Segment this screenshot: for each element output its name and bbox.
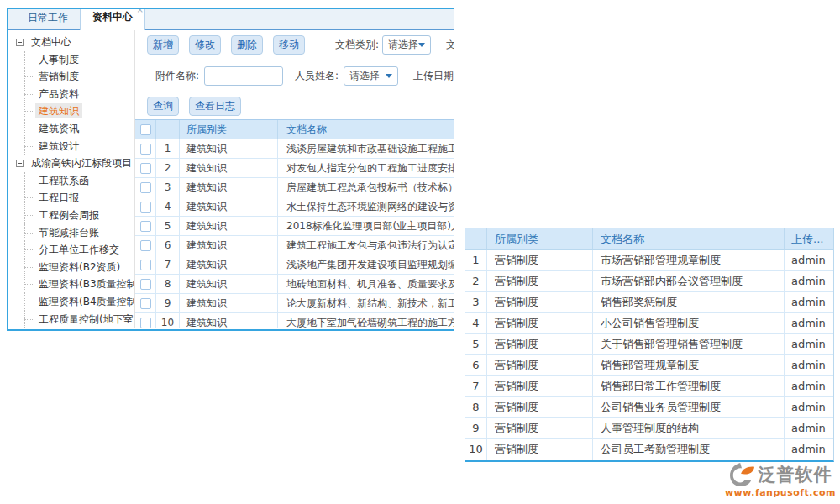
row-doc-name: 人事管理制度的结构 [593, 418, 785, 438]
table-row[interactable]: 8 营销制度 公司销售业务员管理制度 admin [465, 397, 833, 418]
person-name-select[interactable]: 请选择 [344, 66, 398, 86]
table-row[interactable]: 9 营销制度 人事管理制度的结构 admin [465, 418, 833, 439]
tree-item[interactable]: 文档中心 [8, 34, 134, 51]
row-checkbox[interactable] [140, 182, 151, 193]
checkbox-cell [135, 217, 156, 235]
tree-item[interactable]: 工程例会周报 [8, 207, 134, 224]
row-doc-name: 大厦地下室加气砼墙砌筑工程的施工方... [278, 313, 454, 328]
tree-item[interactable]: 工程日报 [8, 189, 134, 207]
row-number-header [465, 228, 487, 249]
table-row[interactable]: 3 营销制度 销售部奖惩制度 admin [465, 292, 833, 313]
row-doc-name: 水土保持生态环境监测网络的建设与资... [278, 197, 454, 216]
row-checkbox[interactable] [140, 260, 151, 270]
collapse-icon[interactable] [16, 160, 24, 167]
table-row[interactable]: 2 营销制度 市场营销部内部会议管理制度 admin [465, 271, 833, 292]
tree-item[interactable]: 节能减排台账 [8, 224, 134, 242]
row-uploader: admin [785, 397, 833, 417]
table-row[interactable]: 4 建筑知识 水土保持生态环境监测网络的建设与资... [135, 197, 454, 217]
chevron-down-icon [418, 43, 425, 47]
toolbar-button[interactable]: 新增 [147, 35, 179, 55]
doc-name-header: 文档名称 [593, 228, 785, 249]
row-number: 8 [465, 397, 487, 417]
tree-item[interactable]: 工程联系函 [8, 172, 134, 190]
row-number: 5 [465, 334, 487, 354]
desktop: 日常工作 资料中心 × 文档中心 人事制度 营销制度 产 [0, 0, 840, 504]
checkbox-cell [135, 255, 156, 274]
row-uploader: admin [785, 334, 833, 354]
view-log-button[interactable]: 查看日志 [189, 97, 241, 116]
table-row[interactable]: 9 建筑知识 论大厦新材料、新结构、新技术，新工... [135, 294, 454, 313]
table-row[interactable]: 4 营销制度 小公司销售管理制度 admin [465, 313, 833, 334]
row-number: 6 [156, 236, 180, 255]
brand-website: www.fanpusoft.com [722, 487, 838, 498]
row-doc-name: 论大厦新材料、新结构、新技术，新工... [278, 294, 454, 312]
tree-item[interactable]: 产品资料 [8, 86, 134, 103]
row-category: 营销制度 [487, 271, 593, 291]
tree-item-label: 建筑设计 [35, 139, 82, 154]
documents-table: 所属别类 文档名称 1 建筑知识 浅谈房屋建筑和市政基础设施工程施工... [135, 119, 454, 328]
row-category: 营销制度 [487, 439, 593, 460]
checkbox-cell [135, 159, 156, 177]
table-row[interactable]: 6 营销制度 销售部管理规章制度 admin [465, 355, 833, 376]
table-row[interactable]: 6 建筑知识 建筑工程施工发包与承包违法行为认定... [135, 236, 454, 255]
checkbox-cell [135, 139, 156, 158]
tree-item-label: 成渝高铁内江标段项目 [28, 155, 135, 171]
category-header: 所属别类 [487, 228, 593, 249]
row-category: 建筑知识 [180, 217, 278, 235]
table-row[interactable]: 1 建筑知识 浅谈房屋建筑和市政基础设施工程施工... [135, 139, 454, 159]
table-row[interactable]: 10 营销制度 公司员工考勤管理制度 admin [465, 439, 833, 460]
tab-daily-work[interactable]: 日常工作 [16, 8, 80, 29]
tree-item[interactable]: 营销制度 [8, 68, 134, 86]
row-checkbox[interactable] [140, 221, 151, 232]
tree-item[interactable]: 监理资料(B4质量控制) [8, 293, 134, 311]
row-checkbox[interactable] [140, 298, 151, 309]
tree-item[interactable]: 建筑设计 [8, 138, 134, 155]
table-row[interactable]: 5 建筑知识 2018标准化监理项目部(业主项目部)人员... [135, 217, 454, 236]
row-number: 2 [156, 159, 180, 177]
toolbar-button[interactable]: 修改 [189, 35, 221, 55]
tree-item[interactable]: 分工单位工作移交 [8, 241, 134, 259]
row-checkbox[interactable] [140, 144, 151, 155]
tree-item-label: 工程例会周报 [35, 207, 102, 223]
tab-label: 资料中心 [92, 11, 133, 23]
row-doc-name: 销售部日常工作管理制度 [593, 376, 785, 396]
checkbox-cell [135, 294, 156, 312]
row-doc-name: 公司销售业务员管理制度 [593, 397, 785, 417]
select-all-checkbox[interactable] [140, 124, 151, 135]
tree-item[interactable]: 人事制度 [8, 51, 134, 69]
collapse-icon[interactable] [16, 39, 24, 46]
query-button[interactable]: 查询 [147, 97, 179, 116]
row-uploader: admin [785, 439, 833, 460]
tree-item[interactable]: 成渝高铁内江标段项目 [8, 155, 134, 172]
tree-item[interactable]: 建筑知识 [8, 102, 134, 120]
toolbar-button[interactable]: 删除 [231, 35, 263, 55]
tree-item[interactable]: 监理资料(B2资质) [8, 259, 134, 276]
row-uploader: admin [785, 355, 833, 375]
table-row[interactable]: 10 建筑知识 大厦地下室加气砼墙砌筑工程的施工方... [135, 313, 454, 328]
row-checkbox[interactable] [140, 318, 151, 328]
table-row[interactable]: 2 建筑知识 对发包人指定分包的工程施工进度安排... [135, 159, 454, 178]
attachment-name-input[interactable] [204, 66, 283, 86]
fanpu-logo-icon [729, 462, 756, 487]
table-row[interactable]: 5 营销制度 关于销售部管理销售管理制度 admin [465, 334, 833, 355]
table-row[interactable]: 8 建筑知识 地砖地面材料、机具准备、质量要求及... [135, 275, 454, 294]
row-doc-name: 小公司销售管理制度 [593, 313, 785, 333]
row-number: 1 [156, 139, 180, 158]
row-checkbox[interactable] [140, 163, 151, 174]
row-category: 营销制度 [487, 418, 593, 438]
table-row[interactable]: 7 建筑知识 浅谈地产集团开发建设项目监理规划编... [135, 255, 454, 275]
tree-item[interactable]: 监理资料(B3质量控制) [8, 276, 134, 293]
doc-type-select[interactable]: 请选择 [382, 35, 431, 55]
row-checkbox[interactable] [140, 279, 151, 290]
row-checkbox[interactable] [140, 240, 151, 251]
close-icon[interactable]: × [137, 8, 144, 14]
table-row[interactable]: 1 营销制度 市场营销部管理规章制度 admin [465, 250, 833, 271]
row-checkbox[interactable] [140, 202, 151, 213]
toolbar-button[interactable]: 移动 [273, 35, 305, 55]
tree-item[interactable]: 工程质量控制(地下室) [8, 311, 134, 328]
tree-item[interactable]: 建筑资讯 [8, 120, 134, 138]
table-row[interactable]: 7 营销制度 销售部日常工作管理制度 admin [465, 376, 833, 397]
table-row[interactable]: 3 建筑知识 房屋建筑工程总承包投标书（技术标）... [135, 178, 454, 197]
tab-data-center[interactable]: 资料中心 × [80, 8, 145, 30]
query-row: 查询 查看日志 [147, 96, 454, 116]
